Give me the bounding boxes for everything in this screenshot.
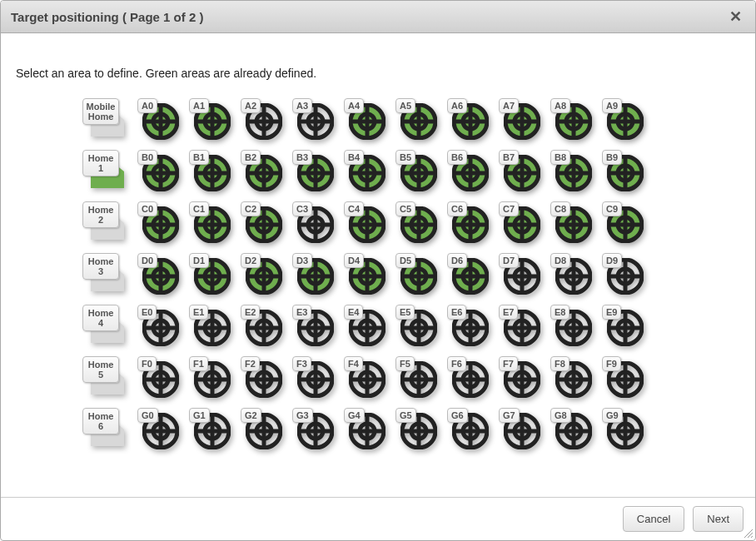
dialog-title: Target positioning ( Page 1 of 2 ): [11, 10, 203, 24]
target-cell[interactable]: C6: [449, 203, 489, 243]
target-cell[interactable]: A7: [500, 100, 540, 140]
target-cell[interactable]: A1: [191, 100, 231, 140]
target-cell[interactable]: F3: [294, 358, 334, 398]
home-cell[interactable]: Home 6: [87, 409, 127, 449]
target-cell[interactable]: A3: [294, 100, 334, 140]
target-cell[interactable]: A6: [449, 100, 489, 140]
target-cell[interactable]: E1: [191, 306, 231, 346]
target-cell[interactable]: E5: [397, 306, 437, 346]
target-label: D6: [447, 253, 467, 268]
target-cell[interactable]: G9: [604, 409, 644, 449]
target-cell[interactable]: B9: [604, 151, 644, 191]
target-label: D2: [241, 253, 261, 268]
target-label: F0: [137, 356, 157, 371]
target-cell[interactable]: C4: [346, 203, 385, 243]
target-cell[interactable]: G6: [449, 409, 489, 449]
target-label: C8: [550, 201, 570, 216]
target-cell[interactable]: G8: [552, 409, 592, 449]
home-cell[interactable]: Home 1: [87, 151, 127, 191]
home-cell[interactable]: Mobile Home: [87, 100, 127, 140]
target-cell[interactable]: A4: [346, 100, 385, 140]
target-cell[interactable]: B8: [552, 151, 592, 191]
home-label: Home 5: [82, 356, 119, 383]
target-cell[interactable]: E3: [294, 306, 334, 346]
close-icon[interactable]: ✕: [726, 7, 745, 26]
target-cell[interactable]: D2: [242, 255, 282, 295]
target-label: G6: [447, 408, 468, 423]
target-cell[interactable]: F2: [242, 358, 282, 398]
target-cell[interactable]: C5: [397, 203, 437, 243]
target-label: F7: [499, 356, 518, 371]
target-label: F1: [189, 356, 208, 371]
target-cell[interactable]: B3: [294, 151, 334, 191]
target-cell[interactable]: B5: [397, 151, 437, 191]
target-cell[interactable]: A5: [397, 100, 437, 140]
target-cell[interactable]: C7: [500, 203, 540, 243]
target-cell[interactable]: A2: [242, 100, 282, 140]
target-cell[interactable]: F7: [500, 358, 540, 398]
target-cell[interactable]: F1: [191, 358, 231, 398]
target-cell[interactable]: B1: [191, 151, 231, 191]
target-cell[interactable]: C2: [242, 203, 282, 243]
target-cell[interactable]: D5: [397, 255, 437, 295]
target-cell[interactable]: C1: [191, 203, 231, 243]
target-cell[interactable]: G4: [346, 409, 385, 449]
target-label: B1: [189, 150, 209, 165]
target-label: B2: [241, 150, 261, 165]
target-cell[interactable]: G5: [397, 409, 437, 449]
home-cell[interactable]: Home 2: [87, 203, 127, 243]
target-label: E0: [137, 305, 157, 320]
target-cell[interactable]: A0: [139, 100, 179, 140]
target-label: A7: [499, 98, 519, 113]
target-cell[interactable]: E0: [139, 306, 179, 346]
target-cell[interactable]: D7: [500, 255, 540, 295]
target-cell[interactable]: D1: [191, 255, 231, 295]
target-cell[interactable]: D6: [449, 255, 489, 295]
next-button[interactable]: Next: [693, 506, 744, 532]
home-cell[interactable]: Home 5: [87, 358, 127, 398]
target-cell[interactable]: B7: [500, 151, 540, 191]
target-cell[interactable]: B2: [242, 151, 282, 191]
target-cell[interactable]: C0: [139, 203, 179, 243]
target-cell[interactable]: F8: [552, 358, 592, 398]
cancel-button[interactable]: Cancel: [623, 506, 684, 532]
resize-grip-icon[interactable]: [742, 527, 754, 539]
target-cell[interactable]: E7: [500, 306, 540, 346]
target-cell[interactable]: A9: [604, 100, 644, 140]
target-cell[interactable]: F4: [346, 358, 385, 398]
target-cell[interactable]: D8: [552, 255, 592, 295]
target-cell[interactable]: C9: [604, 203, 644, 243]
target-cell[interactable]: D4: [346, 255, 385, 295]
target-cell[interactable]: G1: [191, 409, 231, 449]
target-cell[interactable]: D0: [139, 255, 179, 295]
target-cell[interactable]: A8: [552, 100, 592, 140]
target-cell[interactable]: E9: [604, 306, 644, 346]
home-cell[interactable]: Home 3: [87, 255, 127, 295]
target-label: D3: [292, 253, 312, 268]
target-cell[interactable]: B0: [139, 151, 179, 191]
target-cell[interactable]: F6: [449, 358, 489, 398]
target-cell[interactable]: G0: [139, 409, 179, 449]
grid-row: Home 1 B0 B1: [87, 151, 744, 191]
target-cell[interactable]: E2: [242, 306, 282, 346]
target-cell[interactable]: F5: [397, 358, 437, 398]
target-cell[interactable]: C3: [294, 203, 334, 243]
target-cell[interactable]: F9: [604, 358, 644, 398]
target-cell[interactable]: E4: [346, 306, 385, 346]
dialog-content[interactable]: Select an area to define. Green areas ar…: [1, 33, 755, 497]
target-cell[interactable]: D9: [604, 255, 644, 295]
target-cell[interactable]: G3: [294, 409, 334, 449]
home-cell[interactable]: Home 4: [87, 306, 127, 346]
target-label: D9: [602, 253, 622, 268]
target-cell[interactable]: D3: [294, 255, 334, 295]
target-cell[interactable]: C8: [552, 203, 592, 243]
target-cell[interactable]: B6: [449, 151, 489, 191]
target-label: E2: [241, 305, 260, 320]
target-cell[interactable]: E6: [449, 306, 489, 346]
target-cell[interactable]: G2: [242, 409, 282, 449]
target-cell[interactable]: B4: [346, 151, 385, 191]
target-cell[interactable]: E8: [552, 306, 592, 346]
target-label: G3: [292, 408, 313, 423]
target-cell[interactable]: F0: [139, 358, 179, 398]
target-cell[interactable]: G7: [500, 409, 540, 449]
